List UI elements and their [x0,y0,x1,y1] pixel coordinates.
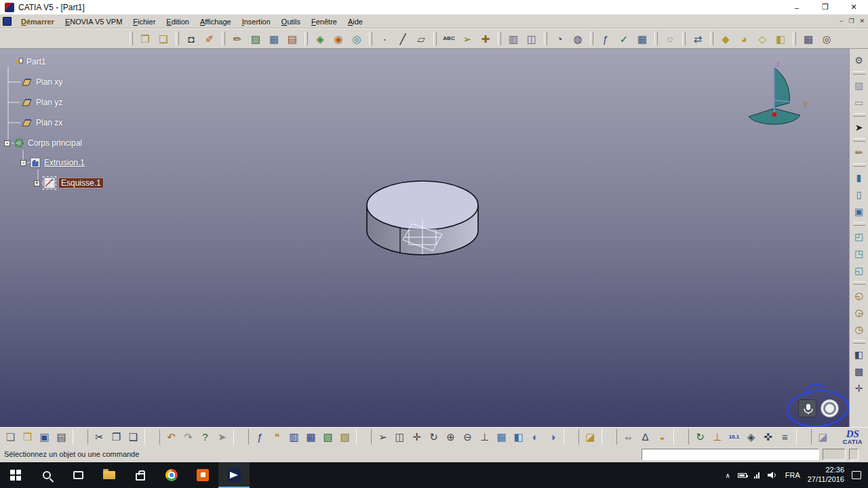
text-annotation-icon[interactable]: ABC [441,30,457,47]
eraser-icon[interactable]: ◪ [815,429,831,445]
exchange-icon[interactable]: ⇄ [690,30,706,47]
formula-knowledge-icon[interactable]: ƒ [597,30,614,47]
toolbar-handle[interactable] [853,222,865,226]
toolbar-handle[interactable] [433,32,437,45]
select-arrow-icon[interactable]: ➤ [852,120,867,135]
orange-app-button[interactable] [187,462,218,488]
tree-expander[interactable]: + [34,180,40,186]
taskbar-clock[interactable]: 22:36 27/11/2016 [808,466,844,485]
zoom-in-icon[interactable]: ⊕ [443,429,458,445]
sketch-tracer-icon[interactable]: ✏ [229,30,245,47]
fit-all-icon[interactable]: ◫ [392,429,408,445]
menu-enovia-v5-vpm[interactable]: ENOVIA V5 VPM [60,16,127,27]
language-indicator[interactable]: FRA [785,471,800,479]
toolbar-handle[interactable] [682,32,686,45]
sectioning-icon[interactable]: ◫ [524,30,540,47]
toolbar-handle[interactable] [369,32,372,45]
menu-fenetre[interactable]: Fenêtre [306,16,342,27]
design-table-icon[interactable]: ▦ [634,30,650,47]
part-design-icon[interactable]: ◈ [312,30,328,47]
start-button[interactable] [0,462,31,488]
weld-feature-icon[interactable]: ✚ [477,30,494,47]
reactions-icon[interactable]: ▧ [320,429,336,445]
material-icon[interactable]: ▤ [284,30,300,47]
shading-icon[interactable]: ◕ [736,30,752,47]
rule-icon[interactable]: ▥ [286,429,302,445]
tree-item-extrusion-1[interactable]: - Extrusion.1 [20,156,85,169]
tree-item-esquisse-1[interactable]: + Esquisse.1 [34,176,103,190]
record-ring-button[interactable] [821,399,839,418]
selection-list-icon[interactable]: ≡ [777,429,793,445]
store-button[interactable] [125,462,156,488]
toolbar-handle[interactable] [498,32,501,45]
menu-insertion[interactable]: Insertion [237,16,276,27]
menu-outils[interactable]: Outils [276,16,306,27]
taskbar-search-button[interactable] [31,462,62,488]
minimize-button[interactable]: – [783,0,811,14]
catalog-icon[interactable]: ◪ [583,429,598,445]
toolbar-handle[interactable] [356,429,372,445]
swap-space-icon[interactable]: ◑ [545,429,560,445]
network-icon[interactable] [754,472,760,479]
toolbar-handle[interactable] [73,429,88,445]
stiffener-icon[interactable]: ◱ [852,263,867,278]
menu-aide[interactable]: Aide [342,16,368,27]
whats-this-icon[interactable]: ➤ [214,429,230,445]
only-current-body-icon[interactable]: ◈ [743,429,759,445]
battery-icon[interactable] [738,473,747,478]
compass-origin-dot[interactable] [772,113,776,117]
paste-icon[interactable]: ❑ [125,429,141,445]
copy-icon[interactable]: ❐ [108,429,124,445]
menu-edition[interactable]: Edition [161,16,195,27]
menu-demarrer[interactable]: Démarrer [16,16,60,27]
chrome-button[interactable] [156,462,187,488]
paste-view-icon[interactable]: ❑ [155,30,172,47]
table-icon[interactable]: ▦ [303,429,319,445]
toolbar-handle[interactable] [544,32,547,45]
photo-studio-icon[interactable]: ▨ [248,30,264,47]
toolbar-handle[interactable] [176,32,179,45]
catia-taskbar-button[interactable] [218,462,250,488]
shaft-icon[interactable]: ▣ [852,204,867,219]
mirror-icon[interactable]: ◧ [852,347,867,362]
zoom-out-icon[interactable]: ⊖ [460,429,475,445]
mass-properties-icon[interactable]: ◒ [654,429,670,445]
measure-between-icon[interactable]: ⇔ [620,429,636,445]
menu-affichage[interactable]: Affichage [195,16,237,27]
render-style-icon[interactable]: ▨ [852,78,867,93]
toolbar-handle[interactable] [590,32,593,45]
grid-icon[interactable]: ▦ [800,30,816,47]
toolbar-handle[interactable] [793,32,796,45]
toolbar-handle[interactable] [853,71,865,75]
toolbar-handle[interactable] [853,138,865,142]
ruler-icon[interactable]: ▭ [852,95,867,110]
close-button[interactable]: ✕ [840,0,868,14]
constraints-icon[interactable]: ◔ [551,30,568,47]
toolbar-handle[interactable] [222,32,225,45]
save-icon[interactable]: ▣ [37,429,52,445]
hidden-icons-chevron[interactable]: ∧ [725,472,730,479]
toolbar-handle[interactable] [673,429,689,445]
tree-item-plan-zx[interactable]: Plan zx [20,116,62,129]
pan-icon[interactable]: ✛ [409,429,425,445]
undo-icon[interactable]: ↶ [163,429,179,445]
pocket-icon[interactable]: ▯ [852,187,867,202]
hide-show-icon[interactable]: ◐ [528,429,543,445]
workbench-icon[interactable]: ⚙ [852,53,867,68]
tree-expander[interactable]: - [4,140,10,146]
rotate-icon[interactable]: ↻ [426,429,441,445]
shell-icon[interactable]: ◰ [852,229,867,244]
mdi-minimize-button[interactable]: – [840,18,843,24]
tree-item-corps-principal[interactable]: - Corps principal [4,136,82,150]
pad-icon[interactable]: ▮ [852,170,867,185]
search-icon[interactable]: ◌ [662,30,678,47]
render-icon[interactable]: ▦ [266,30,282,47]
toolbar-handle[interactable] [144,429,160,445]
sketcher-icon[interactable]: ✏ [852,145,867,160]
multi-view-icon[interactable]: ▦ [494,429,509,445]
toolbar-handle[interactable] [853,281,865,285]
new-document-icon[interactable]: ❏ [3,429,18,445]
toolbar-handle[interactable] [710,32,713,45]
toolbar-handle[interactable] [601,429,617,445]
quick-view-icon[interactable]: ◧ [511,429,526,445]
